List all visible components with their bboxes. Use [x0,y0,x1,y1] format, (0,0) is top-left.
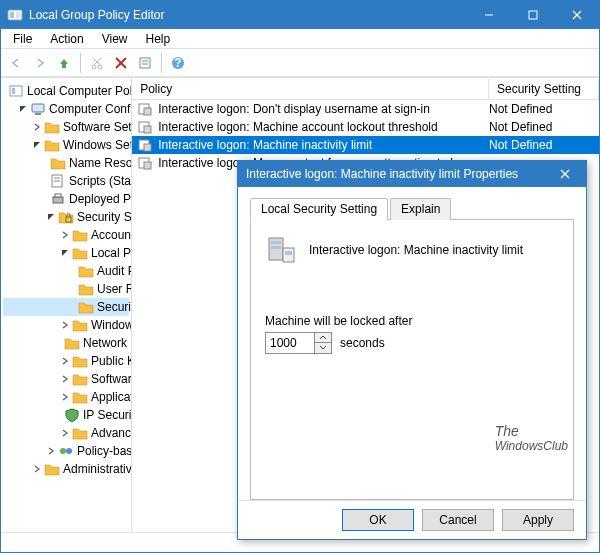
spin-up-button[interactable] [315,333,331,343]
svg-rect-18 [32,104,44,112]
seconds-spinner[interactable] [265,332,332,354]
tree-policy-qos[interactable]: Policy-based QoS [3,442,129,460]
dialog-buttons: OK Cancel Apply [238,500,586,539]
collapse-icon[interactable] [19,103,27,115]
computer-icon [30,101,46,117]
tree-security-settings[interactable]: Security Settings [3,208,129,226]
column-security-setting[interactable]: Security Setting [489,79,599,99]
collapse-icon[interactable] [33,139,41,151]
ok-button[interactable]: OK [342,509,414,531]
window-title: Local Group Policy Editor [29,8,467,22]
expand-icon[interactable] [61,427,69,439]
tree-windows-defender[interactable]: Windows Defender Fir [3,316,129,334]
policy-item-icon [138,138,152,152]
properties-button[interactable] [134,52,156,74]
list-header: Policy Security Setting [132,78,599,100]
tree-software-restriction[interactable]: Software Restriction P [3,370,129,388]
expand-icon[interactable] [61,391,69,403]
spin-down-button[interactable] [315,343,331,353]
expand-icon[interactable] [61,229,69,241]
policy-icon [8,83,24,99]
folder-icon [78,263,94,279]
tree-security-options[interactable]: Security Options [3,298,129,316]
svg-point-8 [98,65,102,69]
tree-account-policies[interactable]: Account Policies [3,226,129,244]
tree-admin-templates[interactable]: Administrative Templates [3,460,129,478]
security-icon [58,209,74,225]
dialog-close-button[interactable] [544,161,586,187]
expand-icon[interactable] [61,373,69,385]
tree-windows-settings[interactable]: Windows Settings [3,136,129,154]
tree-audit-policy[interactable]: Audit Policy [3,262,129,280]
column-policy[interactable]: Policy [132,79,489,99]
tree-deployed-printers[interactable]: Deployed Printers [3,190,129,208]
tree-software-settings[interactable]: Software Settings [3,118,129,136]
server-icon [265,234,297,266]
svg-rect-35 [144,162,151,169]
expand-icon[interactable] [61,319,69,331]
dialog-titlebar: Interactive logon: Machine inactivity li… [238,161,586,187]
collapse-icon[interactable] [47,211,55,223]
policy-item-icon [138,102,152,116]
tree-adv-audit[interactable]: Advanced Audit Polic [3,424,129,442]
tree-ipsec[interactable]: IP Security Policies on [3,406,129,424]
svg-text:?: ? [174,56,181,70]
svg-rect-33 [144,144,151,151]
policy-item-icon [138,120,152,134]
policy-text: Interactive logon: Machine inactivity li… [158,138,483,152]
tree-user-rights[interactable]: User Rights Assign [3,280,129,298]
toolbar: ? [1,49,599,77]
svg-rect-25 [66,217,71,222]
tree-public-key[interactable]: Public Key Policies [3,352,129,370]
tree-pane: Local Computer Policy Computer Configura… [1,78,132,532]
policy-item-icon [138,156,152,170]
folder-icon [50,155,66,171]
apply-button[interactable]: Apply [502,509,574,531]
tree-root[interactable]: Local Computer Policy [3,82,129,100]
help-button[interactable]: ? [167,52,189,74]
menu-help[interactable]: Help [138,30,179,48]
cut-icon [86,52,108,74]
folder-icon [72,389,88,405]
tree-name-resolution[interactable]: Name Resolution Policy [3,154,129,172]
menu-view[interactable]: View [94,30,136,48]
svg-rect-1 [10,12,14,18]
delete-button[interactable] [110,52,132,74]
up-button[interactable] [53,52,75,74]
expand-icon[interactable] [33,121,41,133]
tree-local-policies[interactable]: Local Policies [3,244,129,262]
list-row[interactable]: Interactive logon: Machine inactivity li… [132,136,599,154]
setting-text: Not Defined [489,120,599,134]
tree-computer-configuration[interactable]: Computer Configuration [3,100,129,118]
list-row[interactable]: Interactive logon: Don't display usernam… [132,100,599,118]
expand-icon[interactable] [47,445,55,457]
script-icon [50,173,66,189]
folder-icon [44,119,60,135]
collapse-icon[interactable] [61,247,69,259]
svg-rect-4 [529,11,537,19]
tree-app-control[interactable]: Application Control P [3,388,129,406]
tree-network-list[interactable]: Network List Manage [3,334,129,352]
svg-rect-11 [140,58,150,68]
menu-file[interactable]: File [5,30,40,48]
folder-icon [72,425,88,441]
list-row[interactable]: Interactive logon: Machine account locko… [132,118,599,136]
seconds-input[interactable] [266,333,314,353]
maximize-button[interactable] [511,1,555,29]
tab-explain[interactable]: Explain [390,198,451,220]
svg-point-26 [60,448,66,454]
svg-rect-40 [271,246,281,249]
svg-rect-17 [12,88,15,94]
forward-button [29,52,51,74]
minimize-button[interactable] [467,1,511,29]
qos-icon [58,443,74,459]
cancel-button[interactable]: Cancel [422,509,494,531]
expand-icon[interactable] [33,463,41,475]
menu-action[interactable]: Action [42,30,91,48]
tree-scripts[interactable]: Scripts (Startup/Shutdown [3,172,129,190]
tab-local-security-setting[interactable]: Local Security Setting [250,198,388,220]
svg-rect-29 [144,108,151,115]
expand-icon[interactable] [61,355,69,367]
folder-icon [72,353,88,369]
close-button[interactable] [555,1,599,29]
